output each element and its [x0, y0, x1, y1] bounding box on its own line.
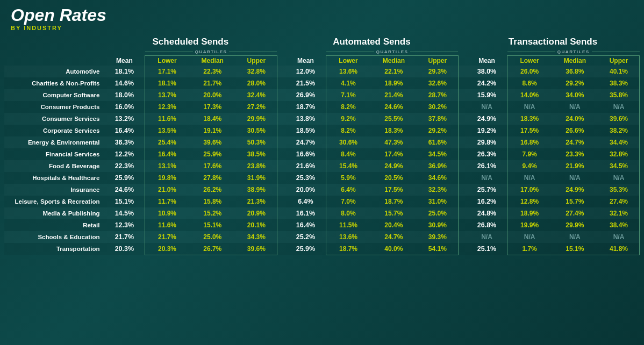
- app-title: Open Rates: [11, 6, 633, 24]
- t-upper-header: Upper: [598, 56, 639, 66]
- table-row: Consumer Services13.2%11.6%18.4%29.9%13.…: [4, 113, 640, 125]
- industry-label: Consumer Services: [4, 113, 104, 125]
- table-row: Charities & Non-Profits14.6%18.1%21.7%28…: [4, 77, 640, 89]
- table-row: Energy & Environmental36.3%25.4%39.6%50.…: [4, 136, 640, 148]
- s-mean-header: Mean: [104, 56, 145, 66]
- table-row: Media & Publishing14.5%10.9%15.2%20.9%16…: [4, 207, 640, 219]
- table-row: Corporate Services16.4%13.5%19.1%30.5%18…: [4, 125, 640, 136]
- app-subtitle: BY INDUSTRY: [11, 25, 633, 31]
- a-lower-header: Lower: [326, 56, 370, 66]
- quartiles-label-row: QUARTILES QUARTILES: [4, 48, 640, 56]
- table-row: Insurance24.6%21.0%26.2%38.9%20.0%6.4%17…: [4, 184, 640, 196]
- s-upper-header: Upper: [236, 56, 277, 66]
- transactional-section-header: Transactional Sends: [467, 35, 640, 48]
- industry-label: Computer Software: [4, 89, 104, 101]
- a-upper-header: Upper: [417, 56, 458, 66]
- table-row: Consumer Products16.0%12.3%17.3%27.2%18.…: [4, 101, 640, 113]
- section-headers-row: Scheduled Sends Automated Sends Transact…: [4, 35, 640, 48]
- table-row: Automotive18.1%17.1%22.3%32.8%12.0%13.6%…: [4, 66, 640, 77]
- industry-label: Financial Services: [4, 148, 104, 160]
- table-row: Schools & Education21.7%21.7%25.0%34.3%2…: [4, 231, 640, 243]
- industry-label: Charities & Non-Profits: [4, 77, 104, 89]
- quartiles-label-automated: QUARTILES: [376, 49, 409, 54]
- main-table-wrapper: Scheduled Sends Automated Sends Transact…: [0, 35, 644, 260]
- industry-label: Corporate Services: [4, 125, 104, 136]
- industry-label: Media & Publishing: [4, 207, 104, 219]
- industry-label: Transportation: [4, 243, 104, 255]
- page-wrapper: Open Rates BY INDUSTRY Scheduled Sends A…: [0, 0, 644, 260]
- s-median-header: Median: [189, 56, 236, 66]
- industry-label: Food & Beverage: [4, 160, 104, 172]
- column-headers-row: Mean Lower Median Upper Mean Lower Media…: [4, 56, 640, 66]
- table-row: Transportation20.3%20.3%26.7%39.6%25.9%1…: [4, 243, 640, 255]
- scheduled-section-header: Scheduled Sends: [104, 35, 277, 48]
- industry-label: Schools & Education: [4, 231, 104, 243]
- a-mean-header: Mean: [285, 56, 326, 66]
- industry-label: Insurance: [4, 184, 104, 196]
- quartiles-label-transactional: QUARTILES: [557, 49, 590, 54]
- industry-label: Energy & Environmental: [4, 136, 104, 148]
- table-row: Retail12.3%11.6%15.1%20.1%16.4%11.5%20.4…: [4, 219, 640, 231]
- industry-label: Automotive: [4, 66, 104, 77]
- table-row: Computer Software18.0%13.7%20.0%32.4%26.…: [4, 89, 640, 101]
- table-row: Hospitals & Healthcare25.9%19.8%27.8%31.…: [4, 172, 640, 184]
- industry-label: Hospitals & Healthcare: [4, 172, 104, 184]
- industry-label: Retail: [4, 219, 104, 231]
- quartiles-label-scheduled: QUARTILES: [195, 49, 227, 54]
- automated-section-header: Automated Sends: [285, 35, 459, 48]
- a-median-header: Median: [370, 56, 417, 66]
- header: Open Rates BY INDUSTRY: [0, 0, 644, 35]
- industry-label: Consumer Products: [4, 101, 104, 113]
- s-lower-header: Lower: [145, 56, 189, 66]
- t-mean-header: Mean: [467, 56, 507, 66]
- table-row: Leisure, Sports & Recreation15.1%11.7%15…: [4, 196, 640, 207]
- t-median-header: Median: [552, 56, 598, 66]
- table-row: Food & Beverage22.3%13.1%17.6%23.8%21.6%…: [4, 160, 640, 172]
- t-lower-header: Lower: [507, 56, 552, 66]
- table-row: Financial Services12.2%16.4%25.9%38.5%16…: [4, 148, 640, 160]
- industry-label: Leisure, Sports & Recreation: [4, 196, 104, 207]
